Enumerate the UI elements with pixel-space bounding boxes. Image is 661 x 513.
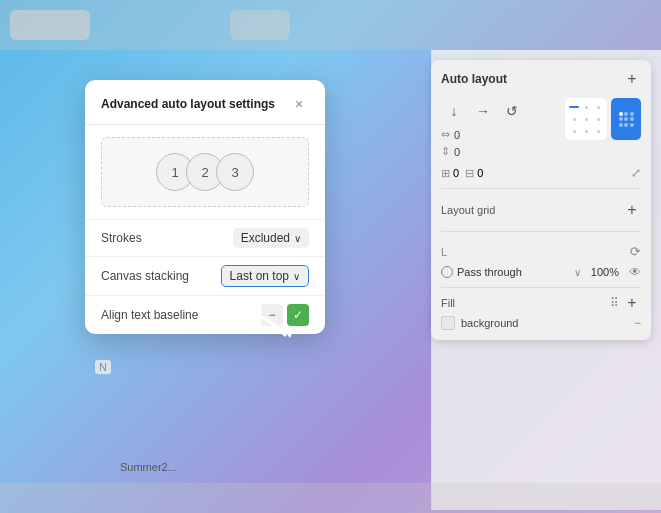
divider-1 (441, 188, 641, 189)
circle-3: 3 (216, 153, 254, 191)
modal-close-button[interactable]: × (289, 94, 309, 114)
canvas-stacking-label: Canvas stacking (101, 269, 189, 283)
fill-header-row: Fill ⠿ + (441, 294, 641, 312)
layout-right-icon[interactable]: → (470, 98, 496, 124)
h-spacing-input[interactable]: ⇔ 0 (441, 128, 460, 141)
fill-swatch[interactable] (441, 316, 455, 330)
bottom-strip: Summer2... (0, 483, 661, 513)
layout-down-icon[interactable]: ↓ (441, 98, 467, 124)
auto-layout-panel: Auto layout + ↓ → ↺ ⇔ 0 (431, 60, 651, 340)
padding-h-input[interactable]: ⊟ 0 (465, 167, 483, 180)
layer-row: L ⟳ (441, 240, 641, 263)
auto-layout-title: Auto layout (441, 72, 507, 86)
layout-grid-add-button[interactable]: + (623, 201, 641, 219)
fill-grid-icon[interactable]: ⠿ (610, 296, 619, 310)
strokes-dropdown[interactable]: Excluded ∨ (233, 228, 309, 248)
advanced-modal: Advanced auto layout settings × 1 2 3 St… (85, 80, 325, 334)
modal-title: Advanced auto layout settings (101, 97, 275, 111)
align-grid[interactable] (565, 98, 607, 140)
opacity-value[interactable]: 100% (591, 266, 619, 278)
resize-icon-btn[interactable]: ⤢ (631, 166, 641, 180)
strokes-label: Strokes (101, 231, 142, 245)
baseline-controls: − ✓ (261, 304, 309, 326)
preview-area: 1 2 3 (101, 137, 309, 207)
auto-layout-add-button[interactable]: + (623, 70, 641, 88)
strokes-row: Strokes Excluded ∨ (85, 219, 325, 256)
layout-grid-label: Layout grid (441, 204, 495, 216)
divider-2 (441, 231, 641, 232)
canvas-stacking-chevron-icon: ∨ (293, 271, 300, 282)
baseline-check-button[interactable]: ✓ (287, 304, 309, 326)
fill-section: Fill ⠿ + background − (441, 287, 641, 330)
n-label: N (95, 360, 111, 374)
canvas-stacking-value: Last on top (230, 269, 289, 283)
eye-icon[interactable]: 👁 (629, 265, 641, 279)
chevron-down-icon[interactable]: ∨ (574, 267, 581, 278)
canvas-stacking-dropdown[interactable]: Last on top ∨ (221, 265, 309, 287)
align-baseline-label: Align text baseline (101, 308, 198, 322)
strokes-value: Excluded (241, 231, 290, 245)
fill-add-button[interactable]: + (623, 294, 641, 312)
screen: Auto layout + ↓ → ↺ ⇔ 0 (0, 0, 661, 513)
summer-label: Summer2... (120, 461, 177, 473)
fill-label: Fill (441, 297, 455, 309)
modal-header: Advanced auto layout settings × (85, 80, 325, 125)
canvas-stacking-row: Canvas stacking Last on top ∨ (85, 256, 325, 295)
top-left-panel (10, 10, 90, 40)
top-toolbar (0, 0, 661, 50)
fill-remove-button[interactable]: − (634, 316, 641, 330)
pass-through-row: Pass through ∨ 100% 👁 (441, 263, 641, 281)
layout-undo-icon[interactable]: ↺ (499, 98, 525, 124)
v-spacing-input[interactable]: ⇕ 0 (441, 145, 460, 158)
fill-bg-label: background (461, 317, 519, 329)
layer-icon[interactable]: ⟳ (630, 244, 641, 259)
panel-header: Auto layout + (441, 70, 641, 88)
top-mid-panel (230, 10, 290, 40)
strokes-chevron-icon: ∨ (294, 233, 301, 244)
align-baseline-row: Align text baseline − ✓ (85, 295, 325, 334)
opacity-circle-icon (441, 266, 453, 278)
active-layout-btn[interactable] (611, 98, 641, 140)
fill-item-row: background − (441, 312, 641, 330)
dots-grid-icon (619, 112, 634, 127)
pass-through-label[interactable]: Pass through (457, 266, 570, 278)
padding-v-input[interactable]: ⊞ 0 (441, 167, 459, 180)
layout-grid-section: Layout grid + (441, 197, 641, 223)
baseline-minus-button[interactable]: − (261, 304, 283, 326)
circles-container: 1 2 3 (156, 153, 254, 191)
